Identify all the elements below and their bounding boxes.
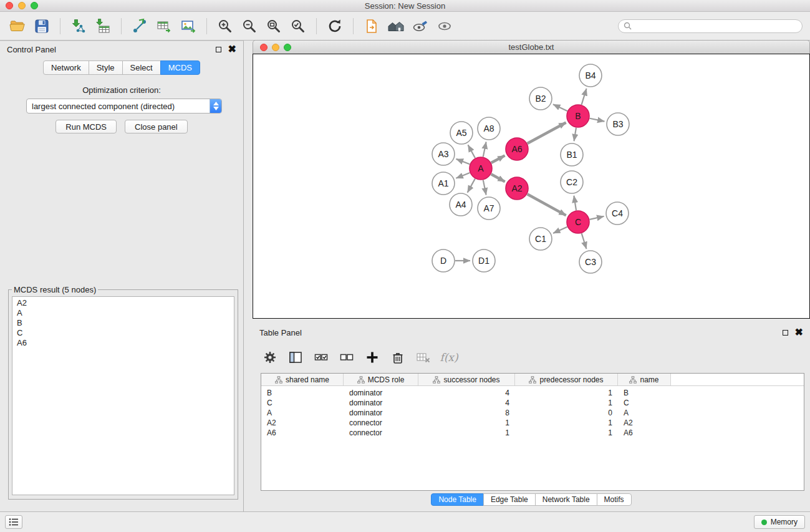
- graph-node-D1[interactable]: D1: [473, 249, 495, 272]
- column-header-predecessor-nodes[interactable]: predecessor nodes: [515, 374, 618, 385]
- run-mcds-button[interactable]: Run MCDS: [55, 120, 117, 133]
- search-input[interactable]: [634, 22, 797, 31]
- graph-edge-B-B1[interactable]: [574, 128, 576, 142]
- close-panel-button[interactable]: Close panel: [125, 120, 188, 133]
- graph-node-A8[interactable]: A8: [478, 117, 500, 140]
- column-header-successor-nodes[interactable]: successor nodes: [418, 374, 515, 385]
- close-panel-icon[interactable]: ✖: [228, 46, 236, 53]
- mcds-result-list[interactable]: A2ABCA6: [12, 296, 234, 495]
- search-box[interactable]: [618, 19, 803, 33]
- graph-node-C1[interactable]: C1: [529, 228, 552, 250]
- table-row[interactable]: Cdominator41C: [261, 398, 804, 408]
- column-header-shared-name[interactable]: shared name: [261, 374, 344, 385]
- import-table-button[interactable]: [92, 15, 114, 37]
- tab-motifs[interactable]: Motifs: [597, 493, 632, 506]
- graph-edge-C-C3[interactable]: [582, 233, 587, 249]
- graph-node-B2[interactable]: B2: [529, 87, 552, 110]
- table-settings-button[interactable]: [263, 350, 277, 365]
- column-header-name[interactable]: name: [618, 374, 671, 385]
- graph-edge-A-A5[interactable]: [468, 145, 475, 158]
- close-network-window-button[interactable]: [260, 44, 268, 51]
- tab-network-table[interactable]: Network Table: [535, 493, 597, 506]
- memory-button[interactable]: Memory: [754, 515, 805, 529]
- mcds-result-item[interactable]: A6: [17, 338, 229, 348]
- function-builder-button[interactable]: f(x): [441, 350, 456, 365]
- zoom-network-window-button[interactable]: [284, 44, 291, 51]
- mcds-result-item[interactable]: C: [17, 328, 229, 338]
- tab-edge-table[interactable]: Edge Table: [483, 493, 536, 506]
- graph-node-C4[interactable]: C4: [606, 202, 629, 225]
- graph-edge-A-A2[interactable]: [491, 174, 505, 181]
- zoom-fit-button[interactable]: [263, 15, 285, 37]
- zoom-in-button[interactable]: [214, 15, 236, 37]
- graph-edge-B-B2[interactable]: [553, 104, 567, 111]
- graph-edge-A6-B[interactable]: [528, 122, 566, 143]
- mcds-result-item[interactable]: A: [17, 308, 229, 318]
- graph-node-D[interactable]: D: [432, 249, 455, 272]
- graph-node-B1[interactable]: B1: [561, 143, 583, 166]
- graph-node-B[interactable]: B: [567, 105, 589, 127]
- minimize-window-button[interactable]: [18, 2, 26, 9]
- export-table-button[interactable]: [153, 15, 175, 37]
- close-table-panel-icon[interactable]: ✖: [795, 329, 803, 336]
- save-session-button[interactable]: [31, 15, 53, 37]
- graph-node-B3[interactable]: B3: [607, 113, 629, 135]
- graph-node-A7[interactable]: A7: [478, 197, 500, 220]
- mcds-result-item[interactable]: A2: [17, 298, 229, 308]
- float-table-panel-icon[interactable]: [783, 330, 788, 336]
- tab-network[interactable]: Network: [43, 60, 89, 75]
- export-to-web-button[interactable]: [360, 15, 383, 37]
- graph-edge-B-B4[interactable]: [582, 89, 587, 105]
- graph-node-A5[interactable]: A5: [450, 122, 473, 144]
- graph-node-C[interactable]: C: [567, 211, 589, 233]
- import-network-button[interactable]: [67, 15, 90, 37]
- show-column-button[interactable]: [288, 350, 303, 365]
- graph-node-A[interactable]: A: [470, 157, 492, 180]
- graph-edge-A-A1[interactable]: [456, 173, 470, 178]
- graph-edge-A-A4[interactable]: [468, 179, 475, 193]
- tab-node-table[interactable]: Node Table: [431, 493, 484, 506]
- table-row[interactable]: Adominator80A: [261, 408, 804, 418]
- zoom-window-button[interactable]: [31, 2, 38, 9]
- mcds-result-item[interactable]: B: [17, 318, 229, 328]
- graph-edge-A-A3[interactable]: [456, 159, 470, 164]
- graph-node-A6[interactable]: A6: [506, 138, 528, 160]
- column-header-mcds-role[interactable]: MCDS role: [344, 374, 418, 385]
- cybrowser-home-button[interactable]: [385, 15, 407, 37]
- tab-style[interactable]: Style: [89, 60, 123, 75]
- tab-select[interactable]: Select: [122, 60, 161, 75]
- open-file-button[interactable]: [6, 15, 29, 37]
- graph-edge-B-B3[interactable]: [590, 118, 605, 122]
- graph-edge-C-C4[interactable]: [590, 216, 604, 220]
- graph-edge-A-A6[interactable]: [491, 155, 505, 163]
- graph-node-C2[interactable]: C2: [561, 171, 583, 193]
- delete-table-button[interactable]: [416, 350, 431, 365]
- hide-graphics-details-button[interactable]: [433, 15, 456, 37]
- network-canvas[interactable]: B4B2BB3A8A5A6A3B1AC2A1A2A4A7C4CC1DD1C3: [253, 54, 810, 319]
- add-column-button[interactable]: [365, 350, 380, 365]
- zoom-selected-button[interactable]: [287, 15, 309, 37]
- table-row[interactable]: Bdominator41B: [261, 388, 804, 398]
- export-network-button[interactable]: [128, 15, 151, 37]
- select-all-button[interactable]: [314, 350, 329, 365]
- table-row[interactable]: A2connector11A2: [261, 418, 804, 428]
- delete-column-button[interactable]: [390, 350, 405, 365]
- graph-node-A3[interactable]: A3: [432, 143, 455, 165]
- graph-edge-A2-C[interactable]: [528, 194, 566, 215]
- optimization-criterion-select[interactable]: largest connected component (directed): [26, 99, 222, 114]
- deselect-all-button[interactable]: [339, 350, 354, 365]
- graph-node-C3[interactable]: C3: [579, 251, 602, 273]
- table-row[interactable]: A6connector11A6: [261, 428, 804, 438]
- apply-layout-button[interactable]: [324, 15, 346, 37]
- graph-edge-A-A8[interactable]: [483, 142, 486, 157]
- graph-edge-C-C1[interactable]: [553, 227, 567, 233]
- tab-mcds[interactable]: MCDS: [160, 60, 200, 75]
- graph-node-B4[interactable]: B4: [579, 64, 602, 87]
- graph-node-A1[interactable]: A1: [432, 172, 455, 195]
- export-image-button[interactable]: [177, 15, 200, 37]
- close-window-button[interactable]: [6, 2, 13, 9]
- graph-edge-C-C2[interactable]: [574, 196, 576, 210]
- graph-node-A2[interactable]: A2: [506, 177, 528, 200]
- float-panel-icon[interactable]: [216, 47, 221, 52]
- graph-node-A4[interactable]: A4: [450, 193, 472, 216]
